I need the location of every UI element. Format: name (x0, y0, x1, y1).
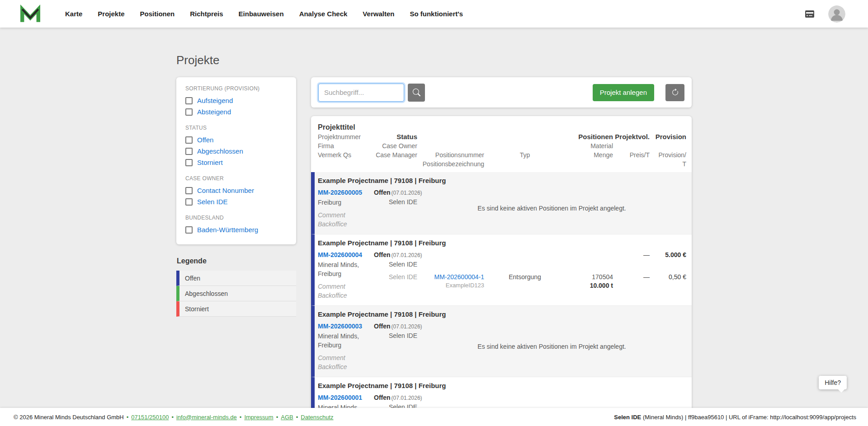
session-details: (Mineral Minds) | ff9baea95610 | URL of … (641, 414, 856, 421)
col-header-preis-t: Preis/T (613, 150, 650, 159)
project-firma: Freiburg (318, 269, 374, 278)
sidebar: SORTIERUNG (PROVISION) Aufsteigend Abste… (176, 77, 296, 317)
checkbox-icon[interactable] (185, 159, 193, 166)
search-button[interactable] (408, 84, 425, 102)
project-row-title: Example Projectname | 79108 | Freiburg (318, 238, 686, 248)
project-backoffice: Backoffice (318, 220, 374, 229)
search-input[interactable] (318, 84, 404, 102)
project-row-title: Example Projectname | 79108 | Freiburg (318, 381, 686, 391)
checkbox-icon[interactable] (185, 226, 193, 234)
col-header-projektvol: Projektvol. (613, 132, 650, 141)
search-toolbar: Projekt anlegen (311, 77, 692, 108)
project-row[interactable]: Example Projectname | 79108 | Freiburg M… (311, 306, 692, 377)
col-header-firma: Firma (318, 141, 374, 150)
col-header-provision-t: Provision/ (650, 150, 686, 159)
project-comment: Comment (318, 211, 374, 220)
help-button[interactable]: Hilfe? (819, 376, 847, 389)
card-reader-icon[interactable] (803, 9, 816, 19)
main-column: Projekt anlegen Projekttitel Projektnumm… (311, 77, 692, 426)
footer-email-link[interactable]: info@mineral-minds.de (176, 414, 237, 421)
app-logo[interactable] (20, 5, 41, 23)
case-owner-value: Selen IDE (374, 197, 417, 206)
project-comment: Comment (318, 282, 374, 291)
project-firma: Freiburg (318, 198, 374, 207)
project-row[interactable]: Example Projectname | 79108 | Freiburg M… (311, 234, 692, 306)
nav-item-analyse-check[interactable]: Analyse Check (299, 10, 348, 18)
position-material: 170504 (566, 272, 613, 281)
refresh-button[interactable] (665, 84, 684, 101)
create-project-button[interactable]: Projekt anlegen (593, 84, 654, 101)
footer-datenschutz-link[interactable]: Datenschutz (301, 414, 333, 421)
col-header-menge: Menge (566, 150, 613, 159)
filter-option-selen-ide[interactable]: Selen IDE (185, 196, 287, 207)
checkbox-icon[interactable] (185, 108, 193, 116)
checkbox-icon[interactable] (185, 97, 193, 104)
nav-item-so-funktionierts[interactable]: So funktioniert's (410, 10, 463, 18)
position-number-link[interactable]: MM-202600004-1 (434, 273, 484, 281)
footer-agb-link[interactable]: AGB (281, 414, 293, 421)
filter-option-storniert[interactable]: Storniert (185, 157, 287, 168)
project-number-link[interactable]: MM-202600003 (318, 322, 362, 331)
filter-option-aufsteigend[interactable]: Aufsteigend (185, 95, 287, 106)
footer-separator: • (171, 414, 174, 421)
filter-section-status: STATUS Offen Abgeschlossen Storniert (185, 125, 287, 168)
footer-separator: • (296, 414, 298, 421)
filter-option-absteigend[interactable]: Absteigend (185, 106, 287, 117)
col-header-case-manager: Case Manager (374, 150, 417, 159)
nav-item-projekte[interactable]: Projekte (98, 10, 124, 18)
project-row-title: Example Projectname | 79108 | Freiburg (318, 176, 686, 186)
filter-card: SORTIERUNG (PROVISION) Aufsteigend Abste… (176, 77, 296, 244)
status-label: Offen (374, 189, 391, 196)
footer-copyright: © 2026 Mineral Minds Deutschland GmbH (14, 414, 124, 421)
position-typ: Entsorgung (484, 272, 566, 281)
footer-impressum-link[interactable]: Impressum (244, 414, 273, 421)
project-row[interactable]: Example Projectname | 79108 | Freiburg M… (311, 172, 692, 234)
search-icon (413, 89, 420, 96)
legend-item-storniert: Storniert (176, 301, 296, 317)
checkbox-icon[interactable] (185, 148, 193, 155)
project-firma: Mineral Minds, (318, 332, 374, 341)
table-header: Projekttitel Projektnummer Firma Vermerk… (311, 116, 692, 172)
filter-option-baden-wuerttemberg[interactable]: Baden-Württemberg (185, 224, 287, 235)
nav-item-einbauweisen[interactable]: Einbauweisen (239, 10, 284, 18)
col-header-vermerk-qs: Vermerk Qs (318, 150, 374, 159)
footer-separator: • (127, 414, 129, 421)
footer: © 2026 Mineral Minds Deutschland GmbH • … (0, 408, 868, 426)
nav-item-karte[interactable]: Karte (65, 10, 82, 18)
project-number-link[interactable]: MM-202600001 (318, 393, 362, 402)
filter-section-label: CASE OWNER (185, 175, 287, 182)
project-backoffice: Backoffice (318, 362, 374, 371)
position-row[interactable]: Selen IDE MM-202600004-1 ExampleID123 En… (374, 272, 686, 290)
checkbox-icon[interactable] (185, 198, 193, 206)
checkbox-icon[interactable] (185, 136, 193, 144)
col-header-case-owner: Case Owner (374, 141, 417, 150)
position-bezeichnung: ExampleID123 (417, 281, 484, 290)
status-label: Offen (374, 394, 391, 401)
project-firma: Mineral Minds, (318, 260, 374, 269)
col-header-positionen: Positionen (566, 132, 613, 141)
project-comment: Comment (318, 353, 374, 362)
filter-option-contact-nonumber[interactable]: Contact Nonumber (185, 185, 287, 196)
checkbox-icon[interactable] (185, 187, 193, 194)
position-provision-t: 0,50 € (650, 272, 686, 281)
nav-item-positionen[interactable]: Positionen (140, 10, 175, 18)
page-content: Projekte SORTIERUNG (PROVISION) Aufsteig… (176, 28, 692, 426)
nav-item-richtpreis[interactable]: Richtpreis (190, 10, 223, 18)
legend-item-offen: Offen (176, 271, 296, 286)
nav-item-verwalten[interactable]: Verwalten (363, 10, 394, 18)
no-positions-message: Es sind keine aktiven Positionen im Proj… (417, 343, 686, 350)
status-label: Offen (374, 323, 391, 330)
project-number-link[interactable]: MM-202600005 (318, 188, 362, 197)
filter-section-label: SORTIERUNG (PROVISION) (185, 85, 287, 92)
position-menge: 10.000 t (566, 281, 613, 290)
project-number-link[interactable]: MM-202600004 (318, 250, 362, 259)
col-header-material: Material (566, 141, 613, 150)
footer-phone-link[interactable]: 07151/250100 (131, 414, 169, 421)
filter-option-abgeschlossen[interactable]: Abgeschlossen (185, 145, 287, 157)
session-user: Selen IDE (614, 414, 641, 421)
status-date: (07.01.2026) (392, 323, 422, 330)
projects-table: Projekttitel Projektnummer Firma Vermerk… (311, 116, 692, 426)
footer-separator: • (240, 414, 242, 421)
user-avatar[interactable] (828, 5, 845, 23)
filter-option-offen[interactable]: Offen (185, 134, 287, 145)
